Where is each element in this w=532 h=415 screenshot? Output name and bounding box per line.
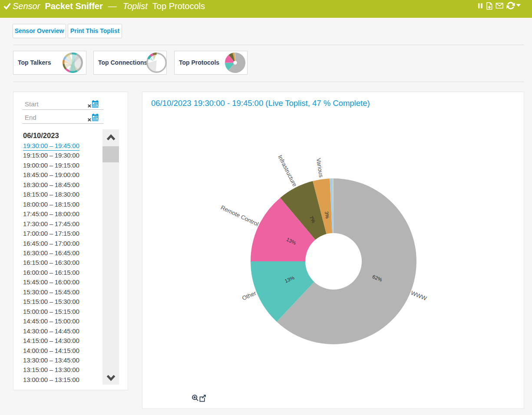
svg-text:3%: 3% (324, 211, 330, 219)
svg-text:Remote Control: Remote Control (220, 204, 260, 227)
svg-text:WWW: WWW (410, 290, 428, 302)
svg-text:Other: Other (241, 290, 257, 301)
svg-text:Various: Various (315, 158, 324, 178)
svg-text:Infrastructure: Infrastructure (277, 154, 298, 188)
